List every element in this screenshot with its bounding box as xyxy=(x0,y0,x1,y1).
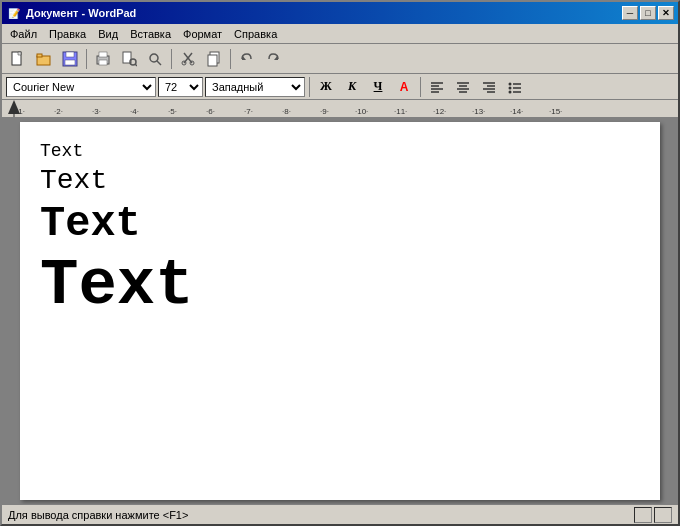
status-panel-2 xyxy=(654,507,672,523)
svg-line-11 xyxy=(135,64,137,66)
svg-rect-19 xyxy=(208,55,217,66)
svg-text:·9·: ·9· xyxy=(320,107,329,116)
svg-point-34 xyxy=(509,82,512,85)
print-preview-button[interactable] xyxy=(117,48,141,70)
ruler: ·1· ·2· ·3· ·4· ·5· ·6· ·7· ·8· ·9· ·10·… xyxy=(2,100,678,118)
svg-text:·13·: ·13· xyxy=(472,107,485,116)
menu-view[interactable]: Вид xyxy=(92,26,124,42)
menu-insert[interactable]: Вставка xyxy=(124,26,177,42)
svg-text:·14·: ·14· xyxy=(510,107,523,116)
text-line-2: Text xyxy=(40,166,640,197)
svg-rect-2 xyxy=(37,54,42,57)
new-button[interactable] xyxy=(6,48,30,70)
menu-format[interactable]: Формат xyxy=(177,26,228,42)
bold-button[interactable]: Ж xyxy=(314,76,338,98)
menu-bar: Файл Правка Вид Вставка Формат Справка xyxy=(2,24,678,44)
align-center-button[interactable] xyxy=(451,76,475,98)
svg-text:·11·: ·11· xyxy=(394,107,407,116)
copy-button[interactable] xyxy=(202,48,226,70)
window-controls: ─ □ ✕ xyxy=(622,6,674,20)
svg-rect-4 xyxy=(66,52,74,57)
find-button[interactable] xyxy=(143,48,167,70)
main-toolbar xyxy=(2,44,678,74)
status-panel-1 xyxy=(634,507,652,523)
save-button[interactable] xyxy=(58,48,82,70)
bullets-button[interactable] xyxy=(503,76,527,98)
status-bar: Для вывода справки нажмите <F1> xyxy=(2,504,678,524)
text-line-3: Text xyxy=(40,201,640,247)
font-select[interactable]: Courier New xyxy=(6,77,156,97)
open-button[interactable] xyxy=(32,48,56,70)
document-area[interactable]: Text Text Text Text xyxy=(2,118,678,504)
align-left-button[interactable] xyxy=(425,76,449,98)
status-right xyxy=(634,507,672,523)
app-window: 📝 Документ - WordPad ─ □ ✕ Файл Правка В… xyxy=(0,0,680,526)
redo-button[interactable] xyxy=(261,48,285,70)
svg-text:·8·: ·8· xyxy=(282,107,291,116)
svg-text:·12·: ·12· xyxy=(433,107,446,116)
toolbar-sep-1 xyxy=(86,49,87,69)
svg-text:·10·: ·10· xyxy=(355,107,368,116)
size-select[interactable]: 72 xyxy=(158,77,203,97)
toolbar-sep-2 xyxy=(171,49,172,69)
app-icon: 📝 xyxy=(6,5,22,21)
svg-line-13 xyxy=(157,61,161,65)
undo-button[interactable] xyxy=(235,48,259,70)
status-text: Для вывода справки нажмите <F1> xyxy=(8,509,188,521)
svg-point-12 xyxy=(150,54,158,62)
print-button[interactable] xyxy=(91,48,115,70)
svg-text:·6·: ·6· xyxy=(206,107,215,116)
maximize-button[interactable]: □ xyxy=(640,6,656,20)
text-line-4: Text xyxy=(40,251,640,321)
menu-help[interactable]: Справка xyxy=(228,26,283,42)
svg-text:·4·: ·4· xyxy=(130,107,139,116)
svg-point-36 xyxy=(509,86,512,89)
minimize-button[interactable]: ─ xyxy=(622,6,638,20)
format-sep-2 xyxy=(420,77,421,97)
window-title: Документ - WordPad xyxy=(26,7,136,19)
title-bar: 📝 Документ - WordPad ─ □ ✕ xyxy=(2,2,678,24)
text-line-1: Text xyxy=(40,142,640,162)
document-page[interactable]: Text Text Text Text xyxy=(20,122,660,500)
svg-text:·2·: ·2· xyxy=(54,107,63,116)
svg-rect-40 xyxy=(6,100,674,118)
svg-text:·7·: ·7· xyxy=(244,107,253,116)
language-select[interactable]: Западный xyxy=(205,77,305,97)
format-bar: Courier New 72 Западный Ж К Ч А xyxy=(2,74,678,100)
italic-button[interactable]: К xyxy=(340,76,364,98)
svg-point-38 xyxy=(509,90,512,93)
svg-rect-7 xyxy=(99,52,107,57)
title-bar-left: 📝 Документ - WordPad xyxy=(6,5,136,21)
format-sep-1 xyxy=(309,77,310,97)
svg-text:·5·: ·5· xyxy=(168,107,177,116)
svg-text:·15·: ·15· xyxy=(549,107,562,116)
menu-file[interactable]: Файл xyxy=(4,26,43,42)
close-button[interactable]: ✕ xyxy=(658,6,674,20)
underline-button[interactable]: Ч xyxy=(366,76,390,98)
toolbar-sep-3 xyxy=(230,49,231,69)
svg-rect-5 xyxy=(65,60,75,65)
svg-rect-8 xyxy=(99,60,107,65)
cut-button[interactable] xyxy=(176,48,200,70)
ruler-svg: ·1· ·2· ·3· ·4· ·5· ·6· ·7· ·8· ·9· ·10·… xyxy=(6,100,674,118)
menu-edit[interactable]: Правка xyxy=(43,26,92,42)
align-right-button[interactable] xyxy=(477,76,501,98)
color-button[interactable]: А xyxy=(392,76,416,98)
svg-text:·3·: ·3· xyxy=(92,107,101,116)
